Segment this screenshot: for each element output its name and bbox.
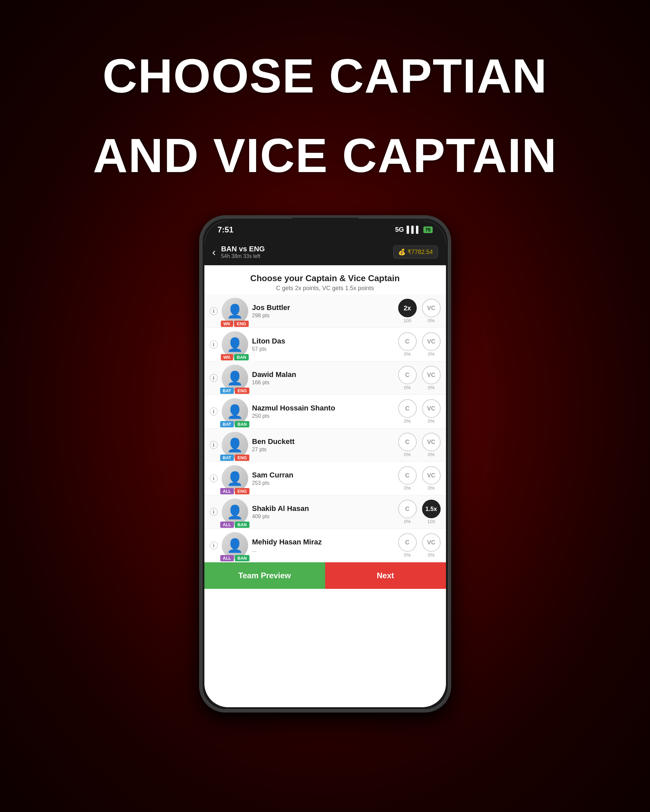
vice-captain-button-wrap: VC 0% [422,533,440,558]
player-name: Sam Curran [252,471,394,479]
captain-pct: 0% [404,553,410,558]
team-preview-button[interactable]: Team Preview [204,562,325,589]
headline-line1: CHOOSE CAPTIAN [93,50,557,103]
player-row: ℹ 👤 ALL ENG Sam Curran 253 pts C 0% [204,462,446,495]
player-pts: 250 pts [252,413,394,419]
cap-buttons: C 0% VC 0% [398,533,440,558]
player-pts: 253 pts [252,480,394,486]
vice-captain-pct: 0% [428,418,434,424]
match-title: BAN vs ENG [221,245,388,253]
phone-mockup: 7:51 5G ▌▌▌ 75 ‹ BAN vs ENG 54h 38m 33s … [199,215,451,713]
captain-button[interactable]: C [398,533,417,552]
back-button[interactable]: ‹ [213,246,216,258]
vice-captain-pct: 0% [428,318,434,323]
vice-captain-button[interactable]: VC [422,399,440,418]
info-icon[interactable]: ℹ [210,408,218,415]
info-icon[interactable]: ℹ [210,374,218,382]
vice-captain-pct: 0% [428,485,434,491]
vice-captain-pct: 0% [428,385,434,390]
vice-captain-button[interactable]: VC [422,533,440,552]
team-label: BAN [235,522,249,528]
info-icon[interactable]: ℹ [210,340,218,348]
role-badge: BAT ENG [220,455,249,461]
player-name: Liton Das [252,337,394,345]
avatar-emoji: 👤 [226,338,243,351]
captain-button[interactable]: 2x [398,299,417,317]
cap-buttons: C 0% VC 0% [398,466,440,491]
vice-captain-button[interactable]: VC [422,466,440,485]
nav-bar: ‹ BAN vs ENG 54h 38m 33s left 💰 ₹7782.54 [204,239,446,265]
player-row: ℹ 👤 ALL BAN Mehidy Hasan Miraz ... C 0% [204,529,446,562]
content-area: Choose your Captain & Vice Captain C get… [204,265,446,707]
vice-captain-button-wrap: VC 0% [422,366,440,390]
role-badge: BAT BAN [220,421,249,427]
captain-button[interactable]: C [398,332,417,351]
player-info: Mehidy Hasan Miraz ... [252,538,394,553]
role-badge: WK ENG [221,321,249,327]
vice-captain-button-wrap: VC 0% [422,332,440,357]
team-label: BAN [234,354,249,360]
player-avatar: 👤 ALL ENG [222,465,248,492]
role-badge: ALL BAN [220,522,249,528]
next-button[interactable]: Next [325,562,446,589]
vice-captain-button[interactable]: 1.5x [422,500,440,518]
captain-button[interactable]: C [398,399,417,418]
phone-screen: 7:51 5G ▌▌▌ 75 ‹ BAN vs ENG 54h 38m 33s … [204,220,446,707]
bars-icon: ▌▌▌ [407,226,421,234]
role-badge: WK BAN [221,354,249,360]
vice-captain-pct: 0% [428,351,434,357]
vice-captain-button[interactable]: VC [422,366,440,384]
battery-icon: 75 [424,226,433,233]
cap-buttons: C 0% 1.5x 100 [398,500,440,524]
team-label: BAN [235,421,249,427]
team-label: ENG [234,321,249,327]
captain-button-wrap: C 0% [398,466,417,491]
cap-buttons: C 0% VC 0% [398,366,440,390]
captain-button[interactable]: C [398,500,417,518]
info-icon[interactable]: ℹ [210,307,218,315]
avatar-emoji: 👤 [226,304,243,317]
player-info: Dawid Malan 166 pts [252,370,394,386]
player-info: Liton Das 57 pts [252,337,394,352]
info-icon[interactable]: ℹ [210,441,218,449]
captain-button[interactable]: C [398,366,417,384]
captain-pct: 0% [404,351,410,357]
cap-buttons: C 0% VC 0% [398,399,440,424]
avatar-emoji: 👤 [226,371,243,385]
player-pts: 166 pts [252,380,394,386]
player-avatar: 👤 BAT ENG [222,365,248,391]
captain-button-wrap: C 0% [398,399,417,424]
info-icon[interactable]: ℹ [210,508,218,516]
info-icon[interactable]: ℹ [210,542,218,549]
player-row: ℹ 👤 WK BAN Liton Das 57 pts C 0% [204,328,446,362]
section-subtitle: C gets 2x points, VC gets 1.5x points [211,285,439,292]
player-name: Shakib Al Hasan [252,504,394,513]
player-pts: 27 pts [252,447,394,453]
captain-pct: 0% [404,385,410,390]
player-name: Nazmul Hossain Shanto [252,404,394,412]
info-icon[interactable]: ℹ [210,475,218,482]
match-time: 54h 38m 33s left [221,253,388,259]
player-row: ℹ 👤 WK ENG Jos Buttler 298 pts 2x 100 [204,295,446,328]
vice-captain-button-wrap: VC 0% [422,399,440,424]
player-avatar: 👤 BAT ENG [222,432,248,458]
wallet-amount: ₹7782.54 [407,248,433,256]
wallet-icon: 💰 [398,248,405,256]
captain-pct: 0% [404,485,410,491]
captain-button-wrap: C 0% [398,433,417,457]
wallet-button[interactable]: 💰 ₹7782.54 [393,245,437,259]
role-label: BAT [220,421,234,427]
vice-captain-button[interactable]: VC [422,433,440,451]
avatar-emoji: 👤 [226,405,243,418]
captain-button-wrap: 2x 100 [398,299,417,323]
captain-button[interactable]: C [398,433,417,451]
vice-captain-pct: 0% [428,452,434,457]
role-label: ALL [220,555,234,561]
vice-captain-button[interactable]: VC [422,332,440,351]
status-time: 7:51 [218,225,234,234]
captain-button[interactable]: C [398,466,417,485]
vice-captain-button[interactable]: VC [422,299,440,317]
captain-button-wrap: C 0% [398,533,417,558]
captain-pct: 100 [404,318,411,323]
match-info: BAN vs ENG 54h 38m 33s left [221,245,388,259]
